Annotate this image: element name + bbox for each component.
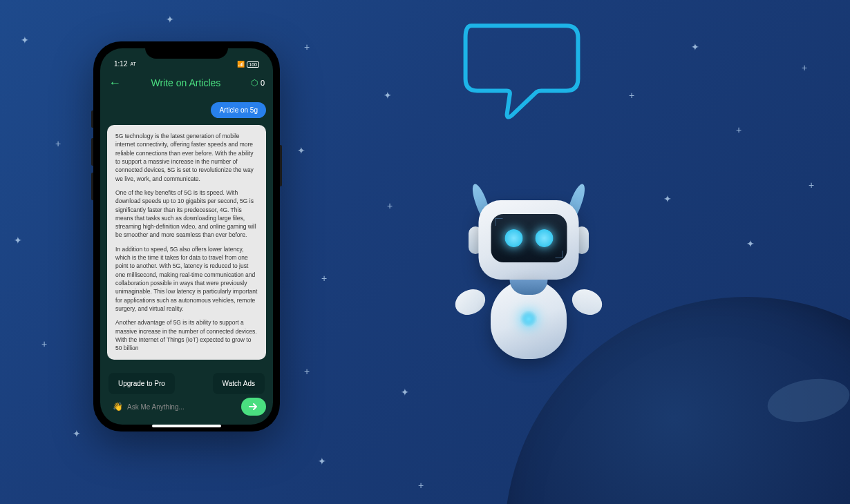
coin-count: 0 xyxy=(261,79,265,87)
bot-paragraph: 5G technology is the latest generation o… xyxy=(115,132,258,183)
app-screen: 1:12 AT 📶 100 ← Write on Articles ⬡ 0 Ar… xyxy=(100,48,273,425)
page-title: Write on Articles xyxy=(128,77,244,88)
watch-ads-button[interactable]: Watch Ads xyxy=(213,373,265,394)
coins-display[interactable]: ⬡ 0 xyxy=(251,78,265,88)
bot-paragraph: One of the key benefits of 5G is its spe… xyxy=(115,188,258,240)
phone-mockup: 1:12 AT 📶 100 ← Write on Articles ⬡ 0 Ar… xyxy=(93,41,280,432)
input-placeholder: Ask Me Anything... xyxy=(127,403,185,411)
send-button[interactable] xyxy=(241,398,266,416)
user-message: Article on 5g xyxy=(211,102,266,118)
wave-icon: 👋 xyxy=(113,402,123,411)
chat-area[interactable]: Article on 5g 5G technology is the lates… xyxy=(100,97,273,394)
action-buttons: Upgrade to Pro Watch Ads xyxy=(107,373,266,394)
battery-icon: 100 xyxy=(247,61,259,68)
chat-input[interactable]: 👋 Ask Me Anything... xyxy=(107,396,236,417)
status-carrier: AT xyxy=(130,61,135,66)
send-icon xyxy=(249,403,258,411)
signal-icon: 📶 xyxy=(237,61,245,68)
status-time: 1:12 xyxy=(114,60,127,68)
bot-paragraph: Another advantage of 5G is its ability t… xyxy=(115,318,258,352)
app-header: ← Write on Articles ⬡ 0 xyxy=(100,69,273,97)
upgrade-button[interactable]: Upgrade to Pro xyxy=(108,373,175,394)
input-bar: 👋 Ask Me Anything... xyxy=(100,394,273,425)
speech-bubble xyxy=(442,14,601,138)
back-icon[interactable]: ← xyxy=(108,76,121,90)
robot-mascot xyxy=(442,180,615,373)
bot-paragraph: In addition to speed, 5G also offers low… xyxy=(115,245,258,313)
bot-message: 5G technology is the latest generation o… xyxy=(107,125,266,360)
coin-icon: ⬡ xyxy=(251,78,258,88)
